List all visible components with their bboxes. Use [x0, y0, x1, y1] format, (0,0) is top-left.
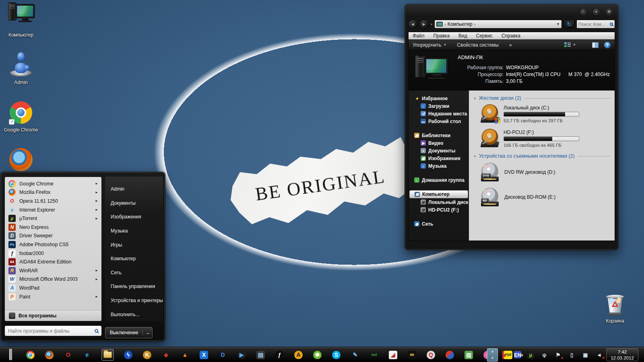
start-aida64[interactable]: 64 AIDA64 Extreme Edition ►	[5, 257, 101, 266]
search-box[interactable]	[576, 20, 615, 29]
start-internet-explorer[interactable]: e Internet Explorer ►	[5, 206, 101, 214]
start-menu-place[interactable]: Документы	[105, 196, 163, 210]
start-menu-place[interactable]: Сеть	[105, 266, 163, 280]
desktop-icon-computer[interactable]: Компьютер	[2, 2, 39, 38]
tray-action-center-flag[interactable]: ⚑	[553, 349, 563, 361]
start-menu-place[interactable]: Музыка	[105, 224, 163, 238]
taskbar-internet-explorer[interactable]: e	[83, 349, 92, 361]
address-dropdown-icon[interactable]: ▼	[556, 22, 560, 26]
taskbar-search-tool[interactable]: Q	[426, 349, 436, 361]
taskbar-traffic-monitor[interactable]: 99	[407, 349, 417, 361]
taskbar-daemon-tools[interactable]: D	[218, 349, 227, 361]
menu-item[interactable]: Файл	[413, 33, 425, 39]
taskbar-icq[interactable]: ✱	[313, 349, 322, 361]
all-programs-button[interactable]: → Все программы	[5, 310, 101, 321]
help-button[interactable]: ?	[604, 42, 611, 48]
start-search-box[interactable]	[4, 325, 102, 336]
tray-utorrent[interactable]: µ	[526, 349, 535, 361]
start-mozilla-firefox[interactable]: Mozilla Firefox ►	[5, 188, 101, 197]
group-header-removable[interactable]: + Устройства со съемными носителями (2)	[474, 153, 611, 159]
sidebar-computer[interactable]: ▣ Компьютер	[409, 190, 468, 198]
tray-triangle-app[interactable]: ▲	[500, 349, 509, 361]
start-word-2003[interactable]: W Microsoft Office Word 2003 ►	[5, 275, 101, 284]
sidebar-item[interactable]	[409, 170, 469, 176]
start-driver-sweeper[interactable]: D Driver Sweeper ►	[5, 232, 101, 241]
start-menu-place[interactable]: Компьютер	[105, 252, 163, 266]
sidebar-documents[interactable]: ≡ Документы	[409, 147, 469, 154]
start-paint[interactable]: P Paint ►	[5, 292, 101, 301]
taskbar-firefox[interactable]	[45, 349, 54, 361]
desktop-icon-google-chrome[interactable]: ↗ Google Chrome	[2, 101, 39, 133]
sidebar-video[interactable]: ▶ Видео	[409, 139, 469, 147]
tray-volume-muted[interactable]: ◄	[594, 349, 604, 361]
organize-button[interactable]: Упорядочить▼	[413, 42, 446, 48]
sidebar-item[interactable]	[409, 214, 469, 220]
sidebar-desktop[interactable]: ▬ Рабочий стол	[409, 117, 469, 125]
scroll-down-icon[interactable]: ▼	[491, 357, 494, 360]
start-utorrent[interactable]: µ µTorrent ►	[5, 214, 101, 223]
desktop-icon-admin[interactable]: Admin	[2, 51, 39, 85]
start-menu-place[interactable]: Панель управления	[105, 280, 163, 294]
tray-device-clipboard[interactable]: ▯	[567, 349, 576, 361]
sidebar-network[interactable]: ◉ Сеть	[409, 220, 469, 228]
back-button[interactable]: ◄	[408, 20, 417, 29]
desktop-icon-recycle-bin[interactable]: Корзина	[597, 295, 634, 324]
taskbar-mediaget[interactable]: md	[369, 349, 379, 361]
tray-safely-remove-usb[interactable]: ψ	[540, 349, 549, 361]
search-input[interactable]	[578, 22, 610, 27]
start-menu-place[interactable]: Изображения	[105, 210, 163, 224]
tray-network[interactable]: ▣	[581, 349, 590, 361]
breadcrumb[interactable]: Компьютер	[448, 21, 473, 27]
group-header-hard-disks[interactable]: + Жесткие диски (2)	[474, 95, 611, 101]
DVD RW дисковод (D:)[interactable]: DVD DVD RW дисковод (D:)	[480, 162, 611, 182]
sidebar-favorites[interactable]: ★ Избранное	[409, 95, 469, 102]
taskbar-paint-brush[interactable]: ✎	[351, 349, 360, 361]
taskbar-green-box-app[interactable]: ▥	[464, 349, 473, 361]
sidebar-homegroup[interactable]: ⌂ Домашняя группа	[409, 176, 469, 184]
change-view-button[interactable]: ▼	[564, 42, 576, 47]
taskbar-skype[interactable]: S	[332, 349, 341, 361]
taskbar-media-player[interactable]: ▶	[237, 349, 246, 361]
menu-item[interactable]: Справка	[502, 33, 520, 39]
minimize-button[interactable]: −	[580, 8, 587, 15]
start-opera[interactable]: O Opera 11.61 1250 ►	[5, 197, 101, 206]
desktop-icon-firefox[interactable]	[2, 148, 39, 173]
start-menu-place[interactable]: Выполнить...	[105, 307, 163, 321]
title-bar[interactable]: − + ✕	[408, 8, 615, 18]
taskbar-ball-app[interactable]	[445, 349, 454, 361]
collapse-icon[interactable]: +	[474, 96, 476, 101]
sidebar-item[interactable]	[409, 184, 469, 190]
taskbar-opera[interactable]: O	[64, 349, 73, 361]
start-menu-place[interactable]: Устройства и принтеры	[105, 294, 163, 308]
start-wordpad[interactable]: A WordPad ►	[5, 284, 101, 292]
menu-item[interactable]: Вид	[458, 33, 467, 39]
Дисковод BD-ROM (E:)[interactable]: BD Дисковод BD-ROM (E:)	[480, 187, 611, 207]
toolbar-overflow-button[interactable]: »	[509, 42, 512, 48]
start-search-input[interactable]	[8, 328, 92, 334]
taskbar-divx[interactable]: X	[199, 349, 208, 361]
menu-item[interactable]: Правка	[433, 33, 450, 39]
scroll-up-icon[interactable]: ▲	[491, 350, 494, 353]
start-button[interactable]	[9, 348, 12, 360]
sidebar-hd-pcu2-f[interactable]: ▥ HD-PCU2 (F:)	[409, 206, 469, 214]
taskbar-photo-app[interactable]: ◢	[388, 349, 398, 361]
collapse-icon[interactable]: +	[474, 154, 476, 158]
tray-language-indicator[interactable]: EN	[514, 352, 522, 358]
preview-pane-button[interactable]	[592, 42, 599, 48]
sidebar-downloads[interactable]: ↓ Загрузки	[409, 102, 469, 110]
start-menu-place[interactable]: Admin	[105, 182, 163, 196]
taskbar-lightning-app[interactable]: ϟ	[124, 349, 133, 361]
taskbar-scroller[interactable]: ▲ ▼	[487, 348, 498, 362]
history-dropdown-icon[interactable]: ▾	[431, 23, 432, 26]
taskbar-aimp[interactable]: A	[294, 349, 303, 361]
sidebar-libraries[interactable]: ▤ Библиотеки	[409, 132, 469, 139]
system-properties-button[interactable]: Свойства системы	[457, 42, 499, 48]
Локальный диск (C:)[interactable]: Локальный диск (C:) 53,7 ГБ свободно из …	[480, 104, 611, 123]
taskbar-google-chrome[interactable]	[26, 349, 35, 361]
start-winrar[interactable]: R WinRAR ►	[5, 266, 101, 275]
shutdown-options-arrow-icon[interactable]: →	[142, 330, 152, 335]
shutdown-button[interactable]: Выключение →	[105, 327, 153, 338]
taskbar-explorer-folder[interactable]	[101, 349, 114, 361]
sidebar-pictures[interactable]: ▦ Изображения	[409, 154, 469, 162]
taskbar-keys-app[interactable]: K	[142, 349, 152, 361]
